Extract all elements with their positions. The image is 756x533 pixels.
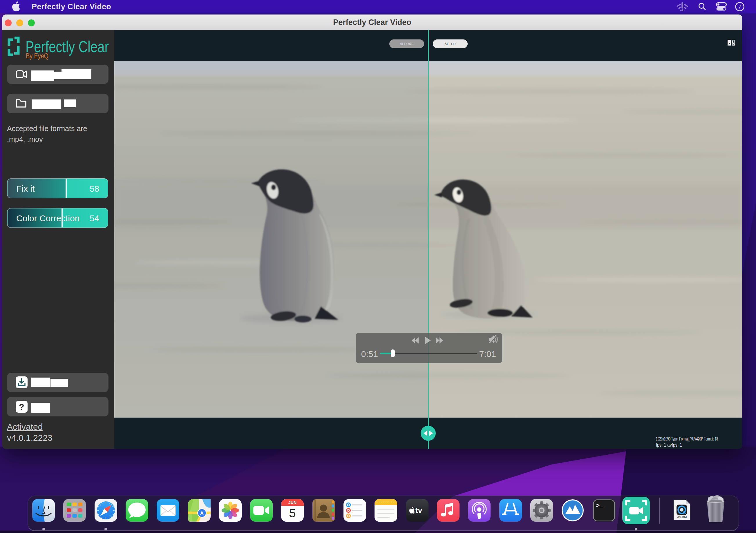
svg-text:fps: 1 avfps: 1: fps: 1 avfps: 1 <box>656 442 682 447</box>
svg-text:By EyeQ: By EyeQ <box>26 52 48 60</box>
svg-text:JUN: JUN <box>288 500 296 505</box>
svg-text:tv: tv <box>416 506 422 515</box>
svg-text:5: 5 <box>289 506 296 520</box>
svg-text:>_: >_ <box>596 502 604 510</box>
svg-text:7: 7 <box>738 4 742 10</box>
svg-text:WEBM: WEBM <box>677 515 687 519</box>
svg-text:1920x1090 Type: Format_YUV420P: 1920x1090 Type: Format_YUV420P Format: 1… <box>656 436 718 442</box>
